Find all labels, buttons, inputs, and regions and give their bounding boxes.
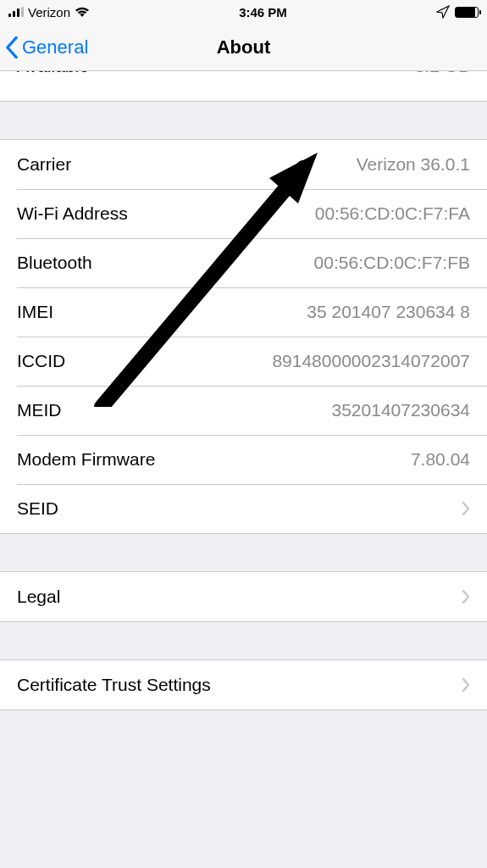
status-bar: Verizon 3:46 PM: [0, 0, 487, 24]
section-gap: [0, 534, 487, 571]
section-gap: [0, 622, 487, 659]
row-available-partial: Available 3.2 GB: [0, 71, 487, 102]
row-value: 35 201407 230634 8: [307, 302, 470, 322]
row-wifi-address: Wi-Fi Address 00:56:CD:0C:F7:FA: [0, 189, 487, 238]
row-label: Certificate Trust Settings: [17, 675, 211, 695]
row-value: 7.80.04: [411, 449, 470, 470]
status-carrier: Verizon: [28, 5, 70, 19]
back-button[interactable]: General: [0, 36, 88, 58]
row-certificate-trust-settings[interactable]: Certificate Trust Settings: [0, 660, 487, 709]
chevron-right-icon: [462, 590, 470, 604]
row-label: MEID: [17, 400, 62, 420]
row-value: 35201407230634: [331, 400, 470, 420]
section-device-info: Carrier Verizon 36.0.1 Wi-Fi Address 00:…: [0, 139, 487, 534]
row-bluetooth: Bluetooth 00:56:CD:0C:F7:FB: [0, 238, 487, 287]
chevron-right-icon: [462, 502, 470, 515]
row-value: 00:56:CD:0C:F7:FB: [314, 253, 470, 273]
status-time: 3:46 PM: [239, 5, 287, 19]
chevron-left-icon: [5, 36, 19, 58]
row-value: 3.2 GB: [415, 71, 470, 76]
row-label: SEID: [17, 498, 58, 519]
row-label: Wi-Fi Address: [17, 203, 128, 224]
row-value: 8914800000231407­2007: [272, 351, 470, 371]
location-icon: [436, 5, 450, 19]
row-label: Carrier: [17, 154, 71, 175]
row-seid[interactable]: SEID: [0, 484, 487, 533]
section-certificate: Certificate Trust Settings: [0, 659, 487, 710]
row-value: 00:56:CD:0C:F7:FA: [315, 203, 470, 224]
row-meid: MEID 35201407230634: [0, 386, 487, 435]
back-label: General: [22, 36, 88, 58]
battery-icon: [455, 7, 479, 18]
row-label: IMEI: [17, 302, 53, 322]
status-right: [436, 5, 479, 19]
chevron-right-icon: [462, 678, 470, 692]
signal-bars-icon: [8, 7, 24, 17]
row-label: Legal: [17, 587, 60, 607]
row-carrier: Carrier Verizon 36.0.1: [0, 140, 487, 189]
section-gap: [0, 102, 487, 139]
section-gap: [0, 710, 487, 748]
row-legal[interactable]: Legal: [0, 572, 487, 621]
row-label: Available: [17, 71, 89, 76]
status-left: Verizon: [8, 5, 90, 19]
row-iccid: ICCID 8914800000231407­2007: [0, 337, 487, 386]
section-legal: Legal: [0, 571, 487, 622]
wifi-icon: [75, 7, 90, 18]
row-label: Modem Firmware: [17, 449, 155, 470]
row-modem-firmware: Modem Firmware 7.80.04: [0, 435, 487, 484]
row-label: Bluetooth: [17, 253, 92, 273]
nav-bar: General About: [0, 24, 487, 71]
row-label: ICCID: [17, 351, 65, 371]
row-value: Verizon 36.0.1: [357, 154, 470, 175]
row-imei: IMEI 35 201407 230634 8: [0, 287, 487, 337]
content-scroll[interactable]: Available 3.2 GB Carrier Verizon 36.0.1 …: [0, 71, 487, 748]
